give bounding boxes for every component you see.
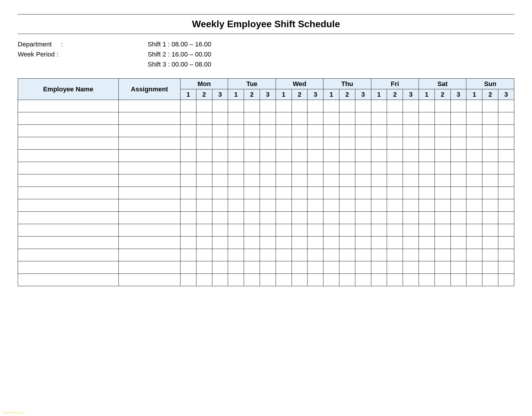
table-row <box>18 125 514 137</box>
table-row <box>18 137 514 150</box>
shift-cell <box>419 112 435 125</box>
shift-cell <box>339 212 355 224</box>
shift-cell <box>371 162 387 174</box>
shift-cell <box>403 137 419 150</box>
department-label: Department <box>18 39 59 49</box>
shift-cell <box>403 100 419 112</box>
shift-cell <box>212 249 228 261</box>
assignment-header: Assignment <box>118 79 180 100</box>
shift-number-header: 3 <box>260 89 276 100</box>
shift-cell <box>498 100 514 112</box>
shift-cell <box>482 261 498 274</box>
employee-name-cell <box>18 162 119 174</box>
shift-number-header: 1 <box>180 89 196 100</box>
shift-cell <box>355 137 371 150</box>
shift-cell <box>403 261 419 274</box>
watermark-text: Gambitmag.com <box>3 411 25 414</box>
department-row: Department : <box>18 39 148 49</box>
shift-cell <box>450 150 466 162</box>
shift-cell <box>308 137 323 150</box>
shift-cell <box>228 274 244 286</box>
shift-number-header: 2 <box>244 89 260 100</box>
shift-cell <box>482 112 498 125</box>
shift-cell <box>180 187 196 199</box>
shift-cell <box>482 274 498 286</box>
title-bottom-rule <box>18 34 514 34</box>
shift-cell <box>482 249 498 261</box>
shift-cell <box>355 174 371 187</box>
assignment-cell <box>118 274 180 286</box>
shift-cell <box>308 224 323 237</box>
shift-cell <box>244 125 260 137</box>
shift-cell <box>292 100 308 112</box>
shift-cell <box>196 261 212 274</box>
shift-cell <box>371 125 387 137</box>
shift-cell <box>276 261 292 274</box>
shift-cell <box>355 125 371 137</box>
shift-cell <box>482 150 498 162</box>
employee-name-cell <box>18 137 119 150</box>
shift-cell <box>323 249 339 261</box>
shift-cell <box>196 100 212 112</box>
shift-cell <box>387 150 403 162</box>
shift-cell <box>435 150 450 162</box>
shift-cell <box>244 249 260 261</box>
shift-cell <box>498 249 514 261</box>
top-rule <box>18 14 514 14</box>
shift-cell <box>212 261 228 274</box>
shift-cell <box>244 100 260 112</box>
employee-name-cell <box>18 125 119 137</box>
employee-name-cell <box>18 237 119 249</box>
shift-cell <box>450 199 466 212</box>
shift-cell <box>419 224 435 237</box>
shift-cell <box>403 224 419 237</box>
shift-2-line: Shift 2 : 16.00 – 00.00 <box>148 49 211 59</box>
shift-cell <box>355 100 371 112</box>
shift-cell <box>244 224 260 237</box>
day-header-tue: Tue <box>228 79 276 89</box>
shift-cell <box>403 112 419 125</box>
assignment-cell <box>118 112 180 125</box>
shift-cell <box>260 137 276 150</box>
shift-cell <box>403 150 419 162</box>
table-row <box>18 187 514 199</box>
shift-cell <box>276 224 292 237</box>
shift-cell <box>244 199 260 212</box>
shift-cell <box>387 137 403 150</box>
week-period-row: Week Period : <box>18 49 148 59</box>
shift-cell <box>419 125 435 137</box>
shift-cell <box>498 162 514 174</box>
shift-cell <box>308 162 323 174</box>
shift-cell <box>419 187 435 199</box>
shift-cell <box>196 125 212 137</box>
shift-cell <box>466 150 482 162</box>
shift-cell <box>308 237 323 249</box>
shift-cell <box>196 150 212 162</box>
shift-cell <box>292 261 308 274</box>
shift-cell <box>387 261 403 274</box>
shift-cell <box>212 112 228 125</box>
shift-cell <box>450 274 466 286</box>
shift-cell <box>339 249 355 261</box>
shift-cell <box>450 187 466 199</box>
shifts-col: Shift 1 : 08.00 – 16.00 Shift 2 : 16.00 … <box>148 39 211 69</box>
employee-name-cell <box>18 249 119 261</box>
shift-cell <box>466 137 482 150</box>
shift-cell <box>419 249 435 261</box>
shift-cell <box>403 199 419 212</box>
shift-cell <box>387 112 403 125</box>
shift-cell <box>450 174 466 187</box>
table-row <box>18 100 514 112</box>
shift-cell <box>450 261 466 274</box>
table-row <box>18 274 514 286</box>
shift-cell <box>292 162 308 174</box>
shift-cell <box>292 237 308 249</box>
shift-cell <box>403 249 419 261</box>
shift-cell <box>180 162 196 174</box>
table-row <box>18 212 514 224</box>
shift-cell <box>482 187 498 199</box>
shift-cell <box>276 137 292 150</box>
shift-cell <box>498 261 514 274</box>
shift-cell <box>323 100 339 112</box>
shift-cell <box>450 212 466 224</box>
